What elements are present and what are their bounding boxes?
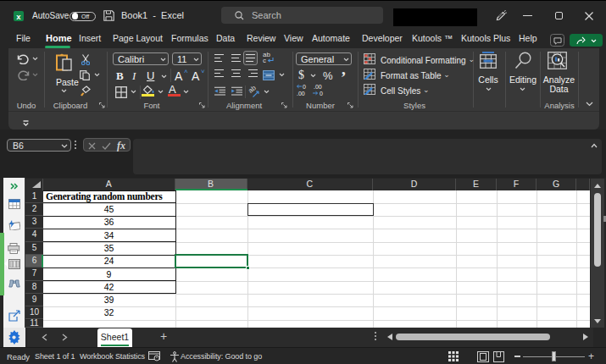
svg-text:.00: .00	[297, 91, 305, 97]
svg-text:.00: .00	[314, 84, 322, 90]
svg-text:0: 0	[303, 84, 306, 90]
svg-text:0: 0	[320, 91, 323, 97]
svg-text:x: x	[16, 11, 21, 20]
